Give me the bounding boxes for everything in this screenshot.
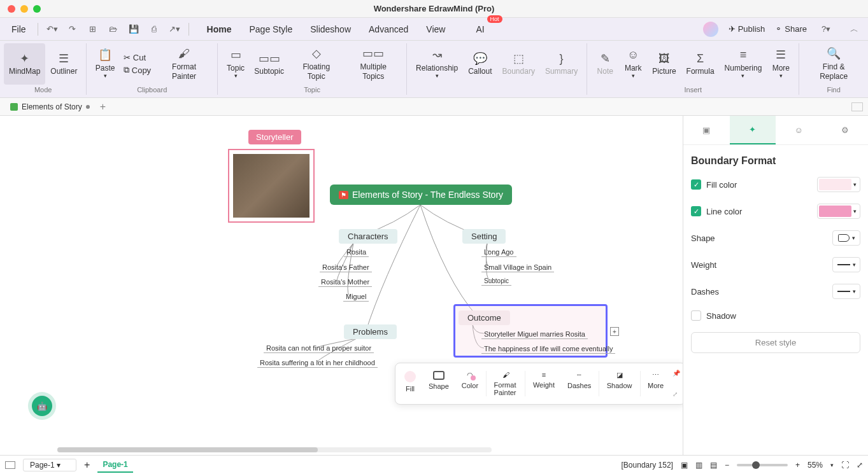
more-insert-button[interactable]: ☰More▾ (767, 43, 795, 85)
collapse-ribbon[interactable]: ︿ (845, 20, 863, 38)
leaf-long-ago[interactable]: Long Ago (481, 247, 516, 257)
panel-tab-layout[interactable]: ▣ (683, 116, 730, 144)
leaf-childhood[interactable]: Rosita suffering a lot in her childhood (257, 358, 378, 368)
save-button[interactable]: 💾 (125, 20, 143, 38)
fill-color-picker[interactable]: ▾ (817, 177, 860, 192)
fill-color-checkbox[interactable]: ✓ (691, 179, 701, 190)
boundary-button[interactable]: ⬚Boundary (497, 43, 540, 85)
tab-view[interactable]: View (423, 20, 448, 38)
line-color-checkbox[interactable]: ✓ (691, 206, 701, 216)
shape-picker[interactable]: ▾ (832, 230, 860, 246)
numbering-button[interactable]: ≡Numbering▾ (720, 43, 767, 85)
view-mode-3[interactable]: ▤ (710, 461, 717, 470)
ft-dashes[interactable]: ┄Dashes (561, 368, 597, 399)
add-tab-button[interactable]: + (100, 101, 106, 113)
zoom-in[interactable]: + (795, 461, 800, 470)
ft-shadow[interactable]: ◪Shadow (601, 368, 639, 399)
dashes-picker[interactable]: ▾ (832, 284, 860, 299)
paste-button[interactable]: 📋Paste▾ (90, 43, 119, 85)
ft-more[interactable]: ⋯More (641, 368, 670, 399)
close-window[interactable] (8, 5, 15, 13)
ft-color[interactable]: ◠Color (455, 368, 485, 399)
zoom-slider[interactable] (737, 464, 788, 466)
branch-characters[interactable]: Characters (339, 229, 397, 244)
mark-button[interactable]: ☺Mark▾ (619, 43, 647, 85)
page-selector[interactable]: Page-1 ▾ (23, 459, 76, 471)
leaf-marries[interactable]: Storyteller Miguel marries Rosita (481, 330, 588, 339)
ft-format-painter[interactable]: 🖌Format Painter (488, 368, 524, 399)
leaf-happiness[interactable]: The happiness of life will come eventual… (481, 344, 615, 354)
image-node[interactable] (228, 149, 315, 223)
shadow-checkbox[interactable] (691, 310, 701, 321)
new-button[interactable]: ⊞ (84, 20, 102, 38)
tab-slideshow[interactable]: Slideshow (308, 20, 353, 38)
panel-tab-settings[interactable]: ⚙ (822, 116, 869, 144)
formula-button[interactable]: ΣFormula (681, 43, 720, 85)
publish-button[interactable]: ✈Publish (729, 24, 765, 34)
leaf-village[interactable]: Small Village in Spain (481, 263, 554, 272)
cut-button[interactable]: ✂Cut (120, 52, 155, 64)
print-button[interactable]: ⎙ (145, 20, 163, 38)
leaf-suitor[interactable]: Rosita can not find a proper suitor (264, 344, 374, 353)
tab-page-style[interactable]: Page Style (246, 20, 295, 38)
zoom-level[interactable]: 55% (808, 461, 823, 470)
maximize-window[interactable] (33, 5, 41, 13)
leaf-rosita-mother[interactable]: Rosita's Mother (318, 277, 372, 287)
weight-picker[interactable]: ▾ (832, 257, 860, 272)
document-tab[interactable]: Elements of Story (5, 100, 95, 114)
leaf-miguel[interactable]: Miguel (343, 292, 369, 302)
expand-icon[interactable]: ⤢ (672, 391, 680, 398)
line-color-picker[interactable]: ▾ (817, 204, 860, 219)
user-avatar[interactable] (703, 22, 718, 37)
fit-screen[interactable]: ⛶ (841, 461, 849, 470)
file-menu[interactable]: File (5, 22, 32, 37)
note-button[interactable]: ✎Note (591, 43, 619, 85)
export-button[interactable]: ↗▾ (166, 20, 183, 38)
sidebar-toggle-icon[interactable] (5, 461, 15, 469)
redo-button[interactable]: ↷ (64, 20, 82, 38)
subtopic-button[interactable]: ▭▭Subtopic (250, 43, 288, 85)
help-button[interactable]: ?▾ (817, 20, 835, 38)
view-mode-2[interactable]: ▥ (695, 461, 702, 470)
panel-toggle[interactable] (851, 102, 863, 111)
central-topic[interactable]: ⚑ Elements of Story - The Endless Story (330, 185, 512, 205)
branch-outcome[interactable]: Outcome (459, 310, 510, 325)
minimize-window[interactable] (20, 5, 28, 13)
multiple-topics-button[interactable]: ▭▭Multiple Topics (344, 43, 402, 85)
canvas[interactable]: Storyteller ⚑ Elements of Story - The En… (0, 116, 683, 455)
pin-icon[interactable]: 📌 (672, 370, 680, 377)
tab-ai[interactable]: AI Hot (473, 20, 487, 38)
ft-fill[interactable]: Fill (398, 368, 422, 399)
floating-topic-storyteller[interactable]: Storyteller (248, 130, 301, 144)
branch-problems[interactable]: Problems (344, 324, 397, 339)
ai-assistant-button[interactable]: 🤖 (32, 396, 52, 416)
topic-button[interactable]: ▭Topic▾ (222, 43, 250, 85)
panel-tab-mark[interactable]: ☺ (776, 116, 822, 144)
panel-tab-format[interactable]: ✦ (730, 116, 776, 144)
fullscreen[interactable]: ⤢ (857, 461, 863, 470)
tab-home[interactable]: Home (204, 20, 234, 38)
view-mode-1[interactable]: ▣ (681, 461, 688, 470)
expand-handle[interactable]: + (610, 327, 619, 336)
horizontal-scrollbar[interactable] (57, 447, 492, 452)
zoom-out[interactable]: − (725, 461, 729, 470)
branch-setting[interactable]: Setting (462, 229, 506, 244)
page-tab[interactable]: Page-1 (97, 457, 132, 473)
outliner-mode-button[interactable]: ☰Outliner (45, 43, 82, 85)
open-button[interactable]: 🗁 (104, 20, 122, 38)
tab-advanced[interactable]: Advanced (366, 20, 411, 38)
relationship-button[interactable]: ↝Relationship▾ (411, 43, 463, 85)
share-button[interactable]: ⚬Share (775, 24, 807, 34)
ft-shape[interactable]: Shape (422, 368, 455, 399)
format-painter-button[interactable]: 🖌Format Painter (155, 43, 213, 85)
find-replace-button[interactable]: 🔍Find & Replace (803, 43, 864, 85)
ft-weight[interactable]: ≡Weight (527, 368, 561, 399)
reset-style-button[interactable]: Reset style (691, 332, 860, 353)
add-page-button[interactable]: + (84, 459, 90, 471)
leaf-rosita[interactable]: Rosita (344, 247, 369, 257)
leaf-rosita-father[interactable]: Rosita's Father (320, 263, 372, 272)
mindmap-mode-button[interactable]: ✦MindMap (4, 43, 45, 85)
picture-button[interactable]: 🖼Picture (647, 43, 681, 85)
copy-button[interactable]: ⧉Copy (120, 64, 155, 76)
floating-topic-button[interactable]: ◇Floating Topic (288, 43, 344, 85)
